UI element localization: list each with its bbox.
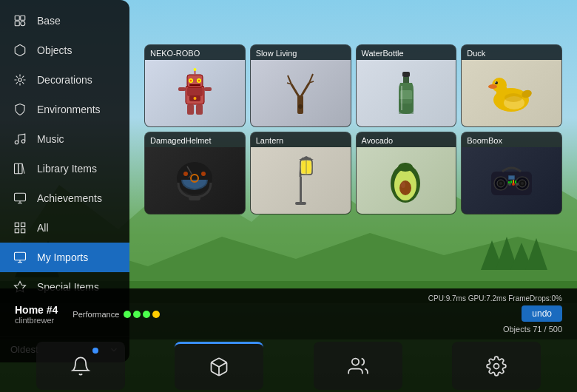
perf-dot-4 <box>152 311 160 318</box>
item-card-duck[interactable]: Duck <box>461 44 562 127</box>
svg-rect-27 <box>187 87 203 96</box>
svg-point-78 <box>300 160 312 175</box>
sidebar-item-achievements[interactable]: Achievements <box>0 183 129 213</box>
sidebar-item-label: Music <box>37 133 64 145</box>
svg-rect-34 <box>178 87 186 91</box>
svg-rect-35 <box>204 87 212 91</box>
sidebar-item-label: My Imports <box>37 251 88 263</box>
lantern-shape <box>284 155 317 206</box>
svg-point-32 <box>198 80 200 82</box>
item-card-avocado[interactable]: Avocado <box>356 132 457 214</box>
music-icon <box>12 131 28 147</box>
sidebar-item-my-imports[interactable]: My Imports <box>0 243 129 272</box>
gear-icon <box>486 356 507 376</box>
svg-line-43 <box>291 84 300 99</box>
sidebar-item-label: Decorations <box>37 74 92 86</box>
performance-label: Performance <box>72 310 119 319</box>
svg-rect-19 <box>15 193 26 201</box>
bottom-hud: Home #4 clintbrewer Performance CPU:9.7m… <box>0 288 577 392</box>
svg-rect-98 <box>510 180 512 183</box>
item-grid: NEKO-ROBO <box>144 44 562 214</box>
item-image <box>357 147 456 214</box>
sidebar-item-base[interactable]: Base <box>0 6 129 36</box>
svg-rect-33 <box>189 84 200 86</box>
item-image <box>462 147 561 214</box>
svg-point-67 <box>201 172 206 176</box>
svg-rect-93 <box>509 176 514 179</box>
social-button[interactable] <box>314 342 402 390</box>
imports-icon <box>12 249 28 266</box>
achievements-icon <box>12 190 28 206</box>
hud-stats: CPU:9.7ms GPU:7.2ms FrameDrops:0% undo O… <box>428 294 562 334</box>
sidebar-item-label: Base <box>37 15 61 27</box>
item-title: Slow Living <box>251 45 351 60</box>
item-card-damaged-helmet[interactable]: DamagedHelmet <box>144 132 246 214</box>
robot-shape <box>175 67 215 119</box>
svg-point-31 <box>189 80 192 82</box>
svg-rect-10 <box>15 16 19 20</box>
svg-point-49 <box>298 104 303 109</box>
item-title: WaterBottle <box>357 45 456 60</box>
item-card-neko-robo[interactable]: NEKO-ROBO <box>144 44 246 127</box>
svg-line-46 <box>300 83 309 98</box>
svg-point-13 <box>21 21 25 26</box>
notification-button[interactable] <box>36 342 125 390</box>
decorations-icon <box>12 72 28 88</box>
item-title: BoomBox <box>462 132 561 147</box>
item-card-water-bottle[interactable]: WaterBottle <box>356 44 457 127</box>
objects-count: Objects 71 / 500 <box>503 325 562 334</box>
cpu-gpu-stats: CPU:9.7ms GPU:7.2ms FrameDrops:0% <box>428 294 562 303</box>
settings-button[interactable] <box>452 342 541 390</box>
item-image <box>251 60 351 126</box>
base-icon <box>12 13 28 29</box>
sidebar-item-library[interactable]: Library Items <box>0 154 129 183</box>
item-title: Lantern <box>251 132 351 147</box>
item-card-boombox[interactable]: BoomBox <box>461 132 562 214</box>
item-card-lantern[interactable]: Lantern <box>250 132 351 214</box>
svg-rect-21 <box>21 223 25 226</box>
sidebar-item-label: Library Items <box>37 163 97 175</box>
sidebar-item-decorations[interactable]: Decorations <box>0 65 129 95</box>
svg-point-103 <box>494 363 499 368</box>
svg-rect-100 <box>515 180 516 183</box>
sidebar-item-label: Objects <box>37 44 72 56</box>
home-info: Home #4 clintbrewer <box>15 304 58 325</box>
duck-shape <box>487 72 536 115</box>
sidebar-item-music[interactable]: Music <box>0 124 129 154</box>
svg-rect-37 <box>196 104 203 115</box>
performance-indicator: Performance <box>72 310 160 319</box>
home-title: Home #4 <box>15 304 58 316</box>
svg-point-88 <box>499 182 502 185</box>
svg-point-61 <box>488 84 497 89</box>
svg-rect-18 <box>18 163 22 174</box>
svg-rect-20 <box>15 223 18 226</box>
all-icon <box>12 220 28 236</box>
sidebar-item-objects[interactable]: Objects <box>0 36 129 65</box>
sidebar-item-label: Environments <box>37 104 101 115</box>
svg-point-60 <box>495 81 496 83</box>
sidebar-item-label: All <box>37 222 49 234</box>
item-title: NEKO-ROBO <box>145 45 245 60</box>
object-button[interactable] <box>175 342 263 390</box>
item-image <box>357 60 456 126</box>
svg-point-14 <box>18 78 22 82</box>
svg-point-66 <box>183 172 188 176</box>
undo-button[interactable]: undo <box>522 305 562 322</box>
sidebar-item-all[interactable]: All <box>0 213 129 243</box>
svg-point-102 <box>352 358 359 365</box>
perf-dot-1 <box>124 311 131 318</box>
svg-point-81 <box>399 180 411 195</box>
svg-rect-50 <box>402 72 410 77</box>
svg-rect-22 <box>15 229 18 233</box>
perf-dot-2 <box>133 311 141 318</box>
svg-rect-24 <box>15 252 26 260</box>
objects-icon <box>12 42 28 58</box>
svg-rect-36 <box>187 104 194 115</box>
svg-point-82 <box>401 182 405 188</box>
item-title: DamagedHelmet <box>145 132 245 147</box>
sidebar-item-environments[interactable]: Environments <box>0 95 129 124</box>
svg-point-63 <box>505 93 522 102</box>
cube-icon <box>209 356 229 377</box>
item-card-slow-living[interactable]: Slow Living <box>250 44 351 127</box>
deer-shape <box>286 70 315 118</box>
